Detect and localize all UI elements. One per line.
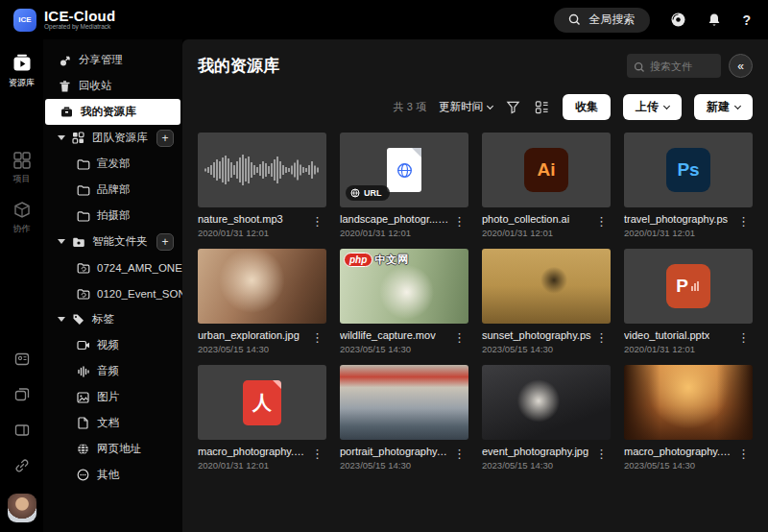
sidebar-section-tags[interactable]: 标签	[43, 306, 182, 332]
sidebar-item-tag-image[interactable]: 图片	[43, 384, 182, 410]
caret-down-icon[interactable]	[58, 317, 65, 322]
sidebar-item-smart-folder[interactable]: 0120_Event_SON...	[43, 280, 182, 306]
file-card[interactable]: Ai photo_collection.ai 2020/01/31 12:01 …	[482, 133, 611, 238]
more-options-button[interactable]: ⋮	[592, 446, 611, 462]
url-file-icon	[387, 148, 421, 192]
collect-button[interactable]: 收集	[563, 94, 611, 120]
panel-icon[interactable]	[14, 423, 30, 442]
file-card[interactable]: nature_shoot.mp3 2020/01/31 12:01 ⋮	[198, 133, 326, 238]
rail-item-collab[interactable]: 协作	[12, 201, 32, 235]
rail-label: 项目	[13, 173, 31, 185]
more-options-button[interactable]: ⋮	[450, 329, 468, 346]
file-card[interactable]: 人 macro_photography.pdf 2020/01/31 12:01…	[198, 365, 326, 471]
sidebar-item-share[interactable]: 分享管理	[43, 47, 182, 73]
file-card[interactable]: URL landscape_photogr... .url 2020/01/31…	[340, 133, 468, 238]
sidebar-item-tag-audio[interactable]: 音频	[43, 358, 182, 384]
caret-down-icon[interactable]	[58, 239, 65, 244]
link-icon[interactable]	[14, 458, 30, 477]
file-thumbnail[interactable]	[482, 249, 611, 324]
file-thumbnail[interactable]: Ps	[624, 133, 753, 207]
file-thumbnail[interactable]: 人	[198, 365, 326, 440]
file-thumbnail[interactable]	[624, 365, 753, 440]
video-icon	[76, 338, 90, 352]
file-thumbnail[interactable]	[198, 249, 326, 324]
more-options-button[interactable]: ⋮	[450, 446, 468, 462]
file-name: portrait_photography.jpg	[340, 446, 449, 457]
file-date: 2020/01/31 12:01	[624, 228, 728, 238]
sidebar-item-folder[interactable]: 拍摄部	[43, 203, 182, 229]
more-options-button[interactable]: ⋮	[734, 446, 753, 462]
create-button[interactable]: 新建	[694, 94, 753, 120]
briefcase-icon	[60, 105, 74, 119]
sort-dropdown[interactable]: 更新时间	[439, 100, 492, 114]
view-toggle-icon[interactable]	[534, 99, 550, 115]
more-options-button[interactable]: ⋮	[308, 213, 326, 230]
sidebar-item-tag-other[interactable]: 其他	[43, 462, 182, 488]
collect-label: 收集	[575, 99, 598, 115]
add-team-library-button[interactable]: +	[156, 130, 174, 147]
more-options-button[interactable]: ⋮	[308, 446, 326, 462]
file-card[interactable]: P video_tutorial.pptx 2020/01/31 12:01 ⋮	[624, 249, 753, 354]
brand: ICE ICE-Cloud Operated by Mediatrack	[13, 9, 115, 32]
sidebar-item-my-library[interactable]: 我的资源库	[45, 99, 180, 125]
rail-item-library[interactable]: 资源库	[9, 53, 35, 89]
file-date: 2023/05/15 14:30	[624, 460, 733, 471]
rail-item-projects[interactable]: 项目	[12, 151, 32, 185]
php-logo: php	[344, 253, 372, 267]
user-avatar[interactable]	[8, 494, 36, 522]
smart-folder-item-icon	[76, 286, 90, 301]
upload-label: 上传	[636, 99, 659, 115]
file-thumbnail[interactable]	[340, 365, 468, 440]
more-options-button[interactable]: ⋮	[592, 213, 611, 230]
rail-label: 资源库	[9, 77, 35, 89]
windows-icon[interactable]	[14, 387, 30, 406]
file-card[interactable]: Ps travel_photography.ps 2020/01/31 12:0…	[624, 133, 753, 238]
file-name: event_photography.jpg	[482, 446, 588, 457]
upload-button[interactable]: 上传	[623, 94, 682, 120]
more-options-button[interactable]: ⋮	[734, 329, 753, 346]
sidebar-item-tag-video[interactable]: 视频	[43, 332, 182, 358]
add-smart-folder-button[interactable]: +	[156, 233, 174, 251]
sidebar-section-team-library[interactable]: 团队资源库 +	[43, 125, 182, 151]
file-card[interactable]: portrait_photography.jpg 2023/05/15 14:3…	[340, 365, 468, 471]
file-card[interactable]: sunset_photography.ps 2023/05/15 14:30 ⋮	[482, 249, 611, 354]
file-thumbnail[interactable]	[482, 365, 611, 440]
waveform-icon	[204, 147, 321, 193]
sidebar-item-tag-url[interactable]: 网页地址	[43, 436, 182, 462]
file-name: macro_photography.mov	[624, 446, 733, 457]
file-card[interactable]: macro_photography.mov 2023/05/15 14:30 ⋮	[624, 365, 753, 471]
more-options-button[interactable]: ⋮	[308, 329, 326, 346]
file-thumbnail[interactable]: Ai	[482, 133, 611, 207]
sidebar-item-folder[interactable]: 宣发部	[43, 151, 182, 177]
caret-down-icon[interactable]	[58, 135, 65, 140]
sidebar-item-label: 文档	[97, 416, 119, 430]
collapse-panel-button[interactable]: «	[729, 54, 753, 78]
filter-icon[interactable]	[505, 99, 521, 115]
global-search[interactable]: 全局搜索	[554, 8, 650, 33]
more-options-button[interactable]: ⋮	[592, 329, 611, 346]
file-name: landscape_photogr... .url	[340, 213, 449, 225]
sidebar-section-label: 智能文件夹	[92, 234, 148, 249]
sidebar-item-smart-folder[interactable]: 0724_AMR_ONE	[43, 254, 182, 280]
sidebar-item-tag-doc[interactable]: 文档	[43, 410, 182, 436]
file-card[interactable]: event_photography.jpg 2023/05/15 14:30 ⋮	[482, 365, 611, 471]
file-thumbnail[interactable]: URL	[340, 133, 468, 207]
file-thumbnail[interactable]: php 中文网	[340, 249, 468, 324]
file-thumbnail[interactable]	[198, 133, 326, 207]
sidebar-item-folder[interactable]: 品牌部	[43, 177, 182, 203]
file-thumbnail[interactable]: P	[624, 249, 753, 324]
bell-icon[interactable]	[706, 12, 723, 29]
sidebar-item-recycle[interactable]: 回收站	[43, 73, 182, 99]
projects-icon	[12, 151, 32, 170]
file-card[interactable]: urban_exploration.jpg 2023/05/15 14:30 ⋮	[198, 249, 326, 354]
tag-icon	[71, 312, 85, 326]
file-date: 2020/01/31 12:01	[198, 228, 283, 238]
file-card[interactable]: php 中文网 wildlife_capture.mov 2023/05/15 …	[340, 249, 468, 354]
more-options-button[interactable]: ⋮	[734, 213, 753, 230]
file-date: 2023/05/15 14:30	[340, 344, 436, 354]
sidebar-section-smart-folders[interactable]: 智能文件夹 +	[43, 229, 182, 254]
help-icon[interactable]: ?	[742, 12, 751, 28]
disc-icon[interactable]	[669, 12, 686, 29]
more-options-button[interactable]: ⋮	[450, 213, 468, 230]
contact-card-icon[interactable]	[14, 351, 30, 371]
